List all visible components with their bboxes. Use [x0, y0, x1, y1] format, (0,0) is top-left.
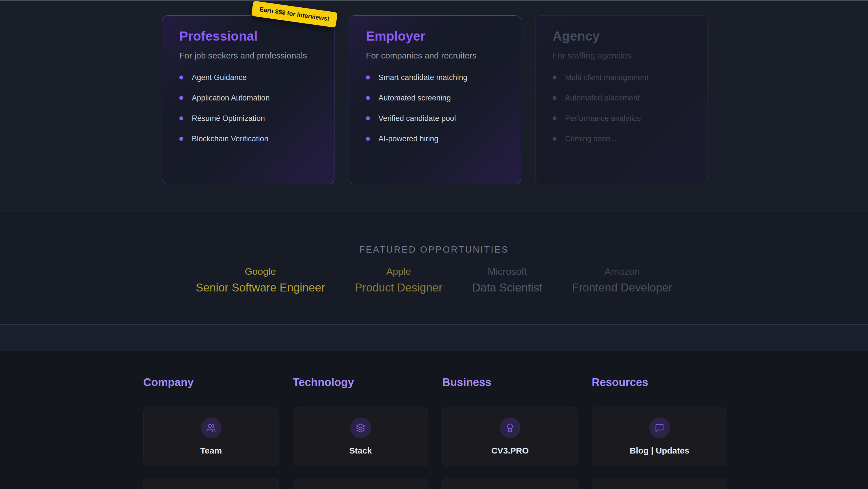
footer-column-heading: Technology	[293, 375, 428, 389]
feature-label: Agent Guidance	[192, 73, 247, 83]
plans-row: Professional For job seekers and profess…	[162, 15, 708, 184]
plan-subtitle: For staffing agencies	[553, 51, 690, 61]
feature-item: Automated screening	[366, 93, 504, 103]
bullet-dot-icon	[553, 116, 557, 120]
bullet-dot-icon	[366, 116, 370, 120]
feature-label: Automated placement	[565, 93, 640, 103]
bullet-dot-icon	[179, 76, 183, 80]
plan-features: Smart candidate matching Automated scree…	[366, 73, 504, 144]
plan-card-agency: Agency For staffing agencies Multi-clien…	[535, 15, 708, 184]
feature-label: Verified candidate pool	[378, 113, 456, 123]
feature-item: Coming soon...	[553, 134, 690, 144]
feature-label: AI-powered hiring	[378, 134, 438, 144]
featured-title: FEATURED OPPORTUNITIES	[0, 244, 868, 255]
footer-column-technology: Technology Stack	[293, 351, 428, 489]
job-company: Apple	[355, 265, 442, 277]
bullet-dot-icon	[366, 137, 370, 141]
plan-subtitle: For companies and recruiters	[366, 51, 504, 61]
feature-label: Coming soon...	[565, 134, 617, 144]
footer-card-partial[interactable]	[143, 478, 279, 489]
footer-card-partial[interactable]	[592, 478, 727, 489]
plans-section: Earn $$$ for Interviews! Professional Fo…	[0, 0, 868, 211]
job-role: Senior Software Engineer	[196, 281, 325, 294]
bullet-dot-icon	[179, 96, 183, 100]
job-role: Data Scientist	[472, 281, 542, 294]
plan-features: Agent Guidance Application Automation Ré…	[179, 73, 317, 144]
feature-label: Application Automation	[192, 93, 270, 103]
footer-column-resources: Resources Blog | Updates	[592, 351, 727, 489]
featured-section: FEATURED OPPORTUNITIES Google Senior Sof…	[0, 212, 868, 324]
footer-grid: Company Team Technology Stack	[143, 351, 727, 489]
plan-card-professional[interactable]: Professional For job seekers and profess…	[162, 15, 335, 184]
footer-card-partial[interactable]	[442, 478, 578, 489]
plan-subtitle: For job seekers and professionals	[179, 51, 317, 61]
plan-title: Agency	[553, 28, 690, 44]
feature-label: Multi-client management	[565, 73, 648, 83]
message-icon	[649, 418, 670, 438]
job-company: Amazon	[572, 265, 673, 277]
footer-column-heading: Company	[143, 375, 279, 389]
bullet-dot-icon	[179, 116, 183, 120]
footer-card-partial[interactable]	[293, 478, 428, 489]
footer-column-heading: Resources	[592, 375, 727, 389]
feature-item: Verified candidate pool	[366, 113, 504, 123]
job-company: Microsoft	[472, 265, 542, 277]
award-icon	[500, 418, 521, 438]
page: Earn $$$ for Interviews! Professional Fo…	[0, 0, 868, 489]
bullet-dot-icon	[179, 137, 183, 141]
footer-column-heading: Business	[442, 375, 578, 389]
feature-label: Blockchain Verification	[192, 134, 268, 144]
plan-title: Professional	[179, 28, 317, 44]
footer-card-label: Blog | Updates	[592, 445, 727, 456]
bullet-dot-icon	[366, 96, 370, 100]
footer-card-label: CV3.PRO	[442, 445, 578, 456]
bullet-dot-icon	[366, 76, 370, 80]
feature-label: Smart candidate matching	[378, 73, 467, 83]
footer-card-label: Stack	[293, 445, 428, 456]
feature-item: Blockchain Verification	[179, 134, 317, 144]
bullet-dot-icon	[553, 137, 557, 141]
job-item-amazon[interactable]: Amazon Frontend Developer	[572, 265, 673, 294]
plan-features: Multi-client management Automated placem…	[553, 73, 690, 144]
feature-item: Multi-client management	[553, 73, 690, 83]
feature-item: Application Automation	[179, 93, 317, 103]
feature-label: Performance analytics	[565, 113, 641, 123]
feature-item: AI-powered hiring	[366, 134, 504, 144]
users-icon	[201, 418, 221, 438]
feature-label: Automated screening	[378, 93, 451, 103]
bullet-dot-icon	[553, 76, 557, 80]
bullet-dot-icon	[553, 96, 557, 100]
featured-jobs: Google Senior Software Engineer Apple Pr…	[0, 265, 868, 294]
feature-label: Résumé Optimization	[192, 113, 265, 123]
footer-card-label: Team	[144, 445, 279, 456]
footer-card-stack[interactable]: Stack	[293, 407, 428, 466]
footer-card-team[interactable]: Team	[143, 407, 279, 466]
feature-item: Smart candidate matching	[366, 73, 504, 83]
job-role: Product Designer	[355, 281, 442, 294]
job-item-microsoft[interactable]: Microsoft Data Scientist	[472, 265, 542, 294]
job-company: Google	[196, 265, 325, 277]
feature-item: Automated placement	[553, 93, 690, 103]
footer-column-business: Business CV3.PRO	[442, 351, 578, 489]
footer-section: Company Team Technology Stack	[0, 351, 868, 489]
footer-card-cv3pro[interactable]: CV3.PRO	[442, 407, 578, 466]
plan-title: Employer	[366, 28, 504, 44]
job-item-apple[interactable]: Apple Product Designer	[355, 265, 442, 294]
footer-card-blog[interactable]: Blog | Updates	[592, 407, 727, 466]
layers-icon	[350, 418, 371, 438]
feature-item: Performance analytics	[553, 113, 690, 123]
feature-item: Résumé Optimization	[179, 113, 317, 123]
spacer-band	[0, 324, 868, 351]
plan-card-employer[interactable]: Employer For companies and recruiters Sm…	[349, 15, 521, 184]
job-item-google[interactable]: Google Senior Software Engineer	[196, 265, 325, 294]
job-role: Frontend Developer	[572, 281, 673, 294]
feature-item: Agent Guidance	[179, 73, 317, 83]
footer-column-company: Company Team	[143, 351, 279, 489]
